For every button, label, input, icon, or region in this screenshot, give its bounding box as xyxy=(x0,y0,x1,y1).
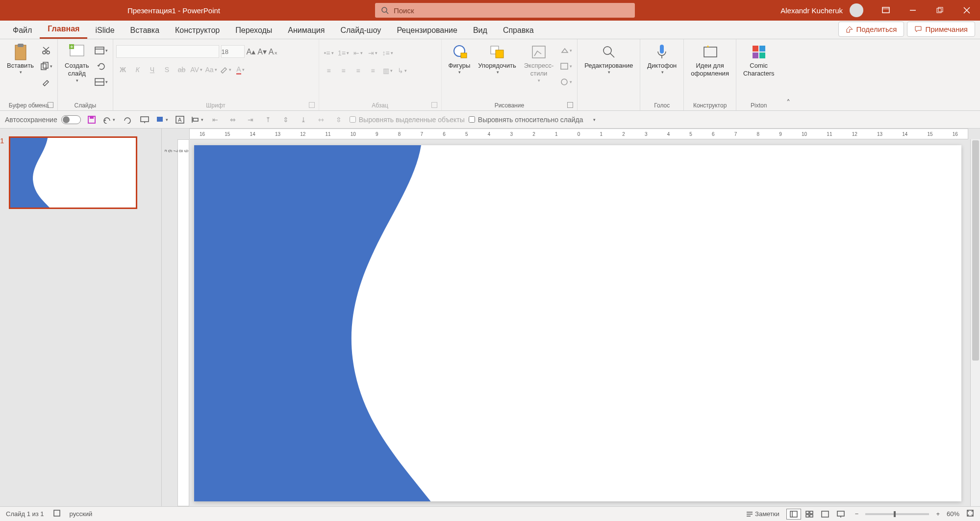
reading-view-button[interactable] xyxy=(818,509,832,520)
align-bottom-qat[interactable]: ⤓ xyxy=(297,113,310,126)
slide-canvas[interactable] xyxy=(194,145,961,501)
normal-view-button[interactable] xyxy=(786,509,801,520)
format-painter-button[interactable] xyxy=(38,76,54,88)
comic-characters-button[interactable]: Comic Characters xyxy=(739,41,779,79)
paste-button[interactable]: Вставить xyxy=(3,41,38,77)
columns-button[interactable]: ▥ xyxy=(381,65,395,77)
fit-to-window-button[interactable] xyxy=(966,509,974,519)
from-beginning-button[interactable] xyxy=(138,113,151,126)
vertical-scrollbar[interactable] xyxy=(970,139,980,506)
quick-styles-button[interactable]: Экспресс- стили xyxy=(520,41,558,84)
layout-button[interactable] xyxy=(93,44,110,57)
collapse-ribbon-button[interactable]: ˄ xyxy=(781,95,795,110)
font-color-button[interactable]: A xyxy=(234,64,248,76)
case-button[interactable]: Aa xyxy=(204,64,218,76)
align-center-button[interactable]: ≡ xyxy=(337,65,351,77)
tab-view[interactable]: Вид xyxy=(465,22,495,39)
slideshow-view-button[interactable] xyxy=(833,509,848,520)
spacing-button[interactable]: AV xyxy=(190,64,203,76)
distribute-h-qat[interactable]: ⇿ xyxy=(314,113,328,126)
cut-button[interactable] xyxy=(38,44,54,57)
arrange-button[interactable]: Упорядочить xyxy=(474,41,520,77)
para-launcher[interactable] xyxy=(431,102,437,108)
tab-help[interactable]: Справка xyxy=(495,22,542,39)
align-slide-check[interactable]: Выровнять относительно слайда xyxy=(469,116,583,124)
justify-button[interactable]: ≡ xyxy=(366,65,380,77)
tab-animations[interactable]: Анимация xyxy=(280,22,332,39)
slide-thumbnails-panel[interactable]: 1 xyxy=(0,129,162,506)
font-family-combo[interactable] xyxy=(116,45,219,58)
close-button[interactable] xyxy=(953,0,980,21)
text-direction-button[interactable]: ↳ xyxy=(396,65,409,77)
undo-button[interactable] xyxy=(102,113,116,126)
tab-insert[interactable]: Вставка xyxy=(123,22,167,39)
bullets-button[interactable]: •≡ xyxy=(322,47,336,59)
save-button[interactable] xyxy=(85,113,99,126)
font-size-combo[interactable] xyxy=(221,45,245,58)
tab-file[interactable]: Файл xyxy=(5,22,40,39)
align-right-button[interactable]: ≡ xyxy=(352,65,365,77)
maximize-button[interactable] xyxy=(926,0,953,21)
shape-fill-button[interactable] xyxy=(557,44,574,57)
font-launcher[interactable] xyxy=(309,102,315,108)
clear-format-button[interactable]: Aₓ xyxy=(269,47,277,56)
line-spacing-button[interactable]: ↕≡ xyxy=(381,47,395,59)
new-slide-button[interactable]: + Создать слайд xyxy=(61,41,93,84)
autosave-toggle[interactable] xyxy=(61,115,81,124)
distribute-v-qat[interactable]: ⇳ xyxy=(332,113,346,126)
design-ideas-button[interactable]: Идеи для оформления xyxy=(687,41,733,79)
user-name[interactable]: Alexandr Kucheruk xyxy=(780,6,843,15)
tab-slideshow[interactable]: Слайд-шоу xyxy=(332,22,389,39)
tab-islide[interactable]: iSlide xyxy=(87,22,122,39)
slide-counter[interactable]: Слайд 1 из 1 xyxy=(6,510,44,518)
align-selected-check[interactable]: Выровнять выделенные объекты xyxy=(350,116,465,124)
notes-button[interactable]: Заметки xyxy=(746,510,779,518)
shape-outline-button[interactable] xyxy=(557,60,574,73)
tab-review[interactable]: Рецензирование xyxy=(389,22,465,39)
user-avatar[interactable] xyxy=(850,3,863,17)
underline-button[interactable]: Ч xyxy=(146,64,159,76)
slide-thumbnail-1[interactable] xyxy=(9,136,137,209)
align-left-qat[interactable]: ⇤ xyxy=(208,113,222,126)
sorter-view-button[interactable] xyxy=(802,509,817,520)
italic-button[interactable]: К xyxy=(131,64,145,76)
align-left-button[interactable]: ≡ xyxy=(322,65,336,77)
shapes-button[interactable]: Фигуры xyxy=(445,41,475,77)
redo-button[interactable] xyxy=(120,113,134,126)
minimize-button[interactable] xyxy=(899,0,926,21)
numbering-button[interactable]: 1≡ xyxy=(337,47,351,59)
clipboard-launcher[interactable] xyxy=(48,102,53,108)
search-box[interactable]: Поиск xyxy=(375,3,635,18)
decrease-font-button[interactable]: A▾ xyxy=(257,47,267,56)
indent-inc-button[interactable]: ⇥ xyxy=(366,47,380,59)
spellcheck-icon[interactable] xyxy=(53,509,61,519)
tab-transitions[interactable]: Переходы xyxy=(227,22,280,39)
comments-button[interactable]: Примечания xyxy=(907,22,975,37)
dictate-button[interactable]: Диктофон xyxy=(643,41,680,77)
highlight-button[interactable] xyxy=(219,64,233,76)
zoom-slider[interactable] xyxy=(865,513,929,515)
zoom-in-button[interactable]: + xyxy=(936,510,940,518)
qat-customize-button[interactable] xyxy=(587,113,601,126)
align-top-qat[interactable]: ⤒ xyxy=(261,113,275,126)
shape-effects-button[interactable] xyxy=(557,76,574,88)
indent-dec-button[interactable]: ⇤ xyxy=(352,47,365,59)
share-button[interactable]: Поделиться xyxy=(838,22,905,37)
draw-launcher[interactable] xyxy=(567,102,573,108)
strike-button[interactable]: ab xyxy=(175,64,189,76)
textbox-button[interactable]: A xyxy=(173,113,187,126)
tab-home[interactable]: Главная xyxy=(40,21,87,39)
reset-button[interactable] xyxy=(93,60,110,73)
increase-font-button[interactable]: A▴ xyxy=(247,47,256,56)
ribbon-display-button[interactable] xyxy=(872,0,899,21)
align-menu-button[interactable] xyxy=(191,113,204,126)
editing-button[interactable]: Редактирование xyxy=(580,41,637,77)
zoom-level[interactable]: 60% xyxy=(947,510,959,518)
bold-button[interactable]: Ж xyxy=(116,64,130,76)
tab-design[interactable]: Конструктор xyxy=(167,22,227,39)
align-right-qat[interactable]: ⇥ xyxy=(244,113,257,126)
section-button[interactable] xyxy=(93,76,110,88)
language-status[interactable]: русский xyxy=(70,510,93,518)
shadow-button[interactable]: S xyxy=(160,64,174,76)
copy-button[interactable] xyxy=(38,60,54,73)
